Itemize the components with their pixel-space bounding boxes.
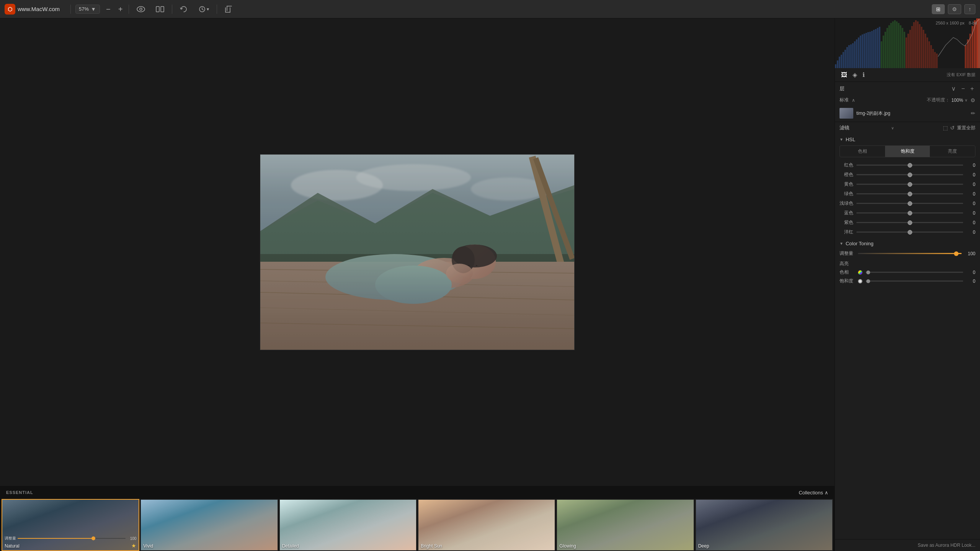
svg-rect-61 [889, 25, 890, 68]
svg-rect-41 [850, 44, 852, 68]
hsl-yellow-track[interactable] [856, 184, 963, 185]
crop-button[interactable] [222, 4, 235, 15]
undo-button[interactable] [177, 4, 191, 14]
hsl-slider-yellow: 黄色 0 [835, 179, 980, 189]
reset-all-button[interactable]: 重置全部 [957, 125, 975, 131]
highlight-label: 高亮 [835, 258, 980, 268]
compare-icon-button[interactable] [153, 5, 167, 14]
color-toning-collapse-icon[interactable]: ▼ [840, 241, 843, 246]
preset-vivid[interactable]: Vivid [140, 499, 278, 551]
hsl-magenta-track[interactable] [856, 231, 963, 233]
history-dropdown[interactable]: ▾ [207, 7, 209, 12]
history-button[interactable]: ▾ [195, 4, 212, 14]
svg-rect-86 [936, 54, 938, 68]
svg-rect-37 [843, 52, 844, 68]
svg-rect-54 [875, 29, 877, 68]
svg-rect-60 [887, 28, 888, 68]
svg-rect-72 [909, 30, 911, 68]
svg-rect-44 [856, 39, 858, 68]
image-tab-icon[interactable]: 🖼 [840, 70, 849, 80]
layer-plus-icon[interactable]: + [969, 85, 975, 93]
preset-adjust-value: 100 [127, 536, 136, 541]
hsl-red-value: 0 [966, 163, 975, 168]
saturation-color-dot[interactable] [858, 279, 862, 284]
exif-info: 没有 EXIF 数据 [947, 72, 975, 78]
share-button[interactable]: ↑ [964, 4, 975, 14]
preset-deep[interactable]: Deep [695, 499, 833, 551]
svg-rect-57 [881, 41, 882, 68]
collections-button[interactable]: Collections ∧ [799, 490, 828, 496]
hsl-blue-label: 蓝色 [840, 210, 853, 216]
svg-rect-84 [932, 49, 934, 68]
preset-glowing[interactable]: Glowing [556, 499, 694, 551]
svg-rect-58 [883, 36, 884, 68]
right-panel: 2560 x 1600 px 8-bit 🖼 ◈ ℹ 没有 EXIF 数据 层 … [835, 18, 980, 551]
layer-collapse-icon[interactable]: ∨ [950, 84, 957, 93]
svg-rect-34 [837, 60, 838, 68]
hsl-tab-brightness[interactable]: 亮度 [930, 146, 975, 157]
divider-4 [217, 5, 217, 14]
svg-rect-56 [879, 27, 880, 68]
app-logo: ⬡ www.MacW.com [5, 4, 60, 15]
svg-point-1 [140, 8, 142, 10]
preset-detailed[interactable]: Detailed [279, 499, 417, 551]
hsl-green-track[interactable] [856, 193, 963, 194]
layers-tab-icon[interactable]: ◈ [851, 70, 859, 80]
zoom-out-button[interactable]: − [105, 5, 112, 13]
hsl-collapse-icon[interactable]: ▼ [840, 137, 843, 142]
zoom-in-button[interactable]: + [117, 5, 124, 13]
hsl-purple-track[interactable] [856, 222, 963, 223]
svg-rect-76 [917, 21, 918, 68]
svg-rect-48 [864, 34, 865, 68]
preset-natural[interactable]: 调整量 100 Natural ★ [2, 499, 139, 551]
svg-rect-47 [862, 34, 863, 68]
opacity-value[interactable]: 100% [951, 98, 963, 103]
saturation-track[interactable] [866, 280, 963, 282]
hsl-tab-hue[interactable]: 色相 [840, 146, 885, 157]
hue-color-dot[interactable] [858, 270, 862, 275]
grid-view-button[interactable]: ⊞ [932, 4, 945, 14]
filter-refresh-icon[interactable]: ↺ [950, 125, 955, 131]
strip-header: ESSENTIAL Collections ∧ [0, 486, 835, 499]
history-icon [198, 6, 206, 13]
zoom-dropdown-arrow[interactable]: ▾ [90, 6, 96, 12]
hsl-red-track[interactable] [856, 165, 963, 166]
hsl-tab-saturation[interactable]: 饱和度 [885, 146, 930, 157]
svg-rect-92 [976, 18, 978, 68]
filter-dropdown-icon[interactable]: ∨ [891, 126, 941, 130]
preset-strip-area: ESSENTIAL Collections ∧ 调整量 [0, 486, 835, 551]
info-tab-icon[interactable]: ℹ [861, 70, 866, 80]
eye-icon-button[interactable] [134, 5, 148, 14]
layer-edit-icon[interactable]: ✏ [971, 110, 975, 116]
svg-rect-68 [902, 28, 903, 68]
hue-track[interactable] [866, 272, 963, 273]
svg-rect-93 [978, 18, 980, 68]
svg-rect-55 [877, 28, 879, 68]
divider-2 [129, 5, 129, 14]
preset-bright-sun-label: Bright Sun [421, 543, 442, 549]
panel-spacer [835, 285, 980, 539]
svg-rect-85 [934, 52, 936, 68]
left-content: ESSENTIAL Collections ∧ 调整量 [0, 18, 835, 551]
hsl-cyan-label: 浅绿色 [840, 200, 853, 207]
hsl-blue-track[interactable] [856, 212, 963, 214]
zoom-control[interactable]: 57% ▾ [75, 5, 100, 14]
layer-minus-icon[interactable]: − [960, 85, 966, 93]
saturation-label: 饱和度 [840, 278, 855, 284]
layer-thumbnail [840, 108, 853, 119]
hsl-orange-track[interactable] [856, 174, 963, 175]
svg-rect-83 [930, 45, 932, 68]
opacity-dropdown-icon[interactable]: ∨ [965, 98, 967, 102]
hsl-tabs: 色相 饱和度 亮度 [840, 145, 975, 157]
layer-settings-icon[interactable]: ⚙ [970, 97, 975, 103]
hsl-cyan-track[interactable] [856, 203, 963, 204]
opacity-label-text: 不透明度： [927, 97, 950, 103]
preset-natural-label: Natural [5, 543, 20, 549]
preset-bright-sun[interactable]: Bright Sun [418, 499, 555, 551]
adjust-track[interactable] [858, 253, 962, 254]
filter-mask-icon[interactable]: ⬚ [943, 125, 948, 131]
saturation-color-row: 饱和度 0 [835, 277, 980, 285]
svg-rect-73 [911, 26, 913, 68]
settings-view-button[interactable]: ⚙ [948, 4, 961, 14]
save-aurora-button[interactable]: Save as Aurora HDR Look... [918, 543, 975, 548]
